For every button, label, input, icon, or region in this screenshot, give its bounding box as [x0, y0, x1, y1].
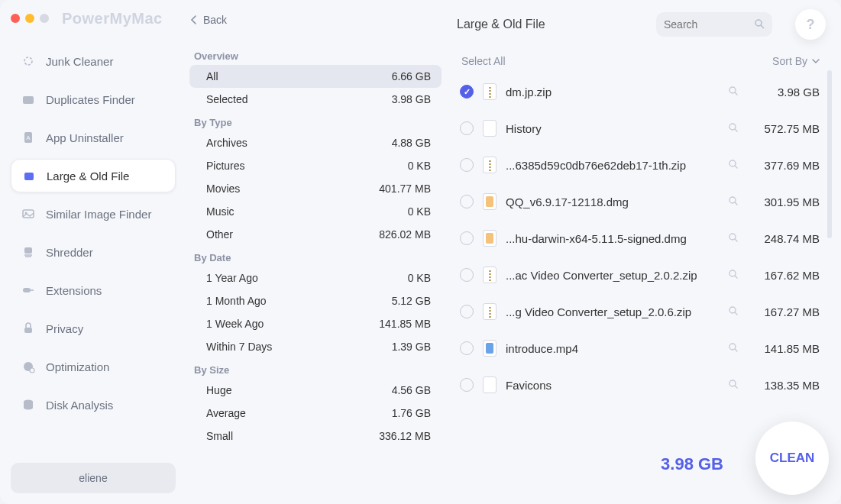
file-checkbox[interactable] [460, 195, 474, 208]
file-checkbox[interactable] [460, 268, 474, 282]
search-box[interactable] [656, 12, 772, 37]
sidebar-item-extensions[interactable]: Extensions [11, 273, 176, 307]
file-checkbox[interactable] [460, 85, 474, 99]
category-1-year-ago[interactable]: 1 Year Ago0 KB [189, 267, 442, 289]
sidebar-item-disk-analysis[interactable]: Disk Analysis [11, 388, 176, 422]
reveal-in-finder-button[interactable] [728, 159, 742, 172]
sidebar-item-privacy[interactable]: Privacy [11, 312, 176, 345]
window-close-button[interactable] [11, 14, 20, 23]
file-row[interactable]: QQ_v6.9.17-12118.dmg301.95 MB [457, 183, 823, 220]
category-movies[interactable]: Movies401.77 MB [189, 177, 442, 200]
filetype-icon [483, 303, 497, 320]
filetype-icon [483, 193, 497, 210]
reveal-in-finder-button[interactable] [728, 305, 742, 318]
reveal-in-finder-button[interactable] [728, 379, 742, 392]
category-label: Small [206, 430, 233, 442]
svg-rect-8 [23, 288, 31, 292]
sidebar-item-label: Similar Image Finder [46, 208, 151, 221]
category-archives[interactable]: Archives4.88 GB [189, 131, 442, 154]
nav-icon [21, 92, 35, 106]
file-row[interactable]: dm.jp.zip3.98 GB [457, 73, 823, 110]
svg-rect-4 [24, 173, 34, 180]
nav: Junk CleanerDuplicates FinderAApp Uninst… [11, 44, 176, 422]
back-button[interactable]: Back [189, 9, 442, 31]
category-label: Music [206, 205, 235, 218]
category-other[interactable]: Other826.02 MB [189, 223, 442, 246]
user-account-button[interactable]: eliene [11, 463, 176, 493]
file-row[interactable]: ...g Video Converter_setup_2.0.6.zip167.… [457, 293, 823, 330]
reveal-in-finder-button[interactable] [728, 342, 742, 355]
file-checkbox[interactable] [460, 341, 474, 355]
file-row[interactable]: Favicons138.35 MB [457, 367, 823, 403]
select-all-button[interactable]: Select All [461, 55, 506, 67]
sidebar-item-label: Privacy [46, 322, 83, 335]
sidebar-item-label: Junk Cleaner [46, 55, 113, 68]
category-size: 4.88 GB [392, 137, 431, 149]
file-row[interactable]: ...6385d59c0db76e62deb17-1th.zip377.69 M… [457, 147, 823, 183]
sidebar-item-optimization[interactable]: Optimization [11, 350, 176, 383]
sidebar-item-app-uninstaller[interactable]: AApp Uninstaller [11, 121, 176, 154]
category-selected[interactable]: Selected3.98 GB [189, 88, 442, 111]
sidebar-item-label: Duplicates Finder [46, 93, 135, 106]
categories-panel: Back Overview All6.66 GBSelected3.98 GB … [186, 0, 451, 504]
reveal-in-finder-button[interactable] [728, 122, 742, 135]
reveal-in-finder-button[interactable] [728, 269, 742, 282]
category-size: 5.12 GB [392, 295, 431, 307]
category-size: 3.98 GB [392, 93, 431, 105]
total-selected-size: 3.98 GB [661, 454, 723, 474]
category-1-week-ago[interactable]: 1 Week Ago141.85 MB [189, 312, 442, 335]
list-header: Select All Sort By [457, 55, 826, 73]
category-pictures[interactable]: Pictures0 KB [189, 154, 442, 177]
file-row[interactable]: History572.75 MB [457, 110, 823, 147]
file-checkbox[interactable] [460, 121, 474, 135]
file-checkbox[interactable] [460, 378, 474, 392]
scrollbar[interactable] [827, 70, 832, 414]
svg-line-18 [735, 129, 737, 131]
sort-by-button[interactable]: Sort By [772, 55, 820, 67]
category-average[interactable]: Average1.76 GB [189, 402, 442, 425]
svg-line-26 [735, 276, 737, 278]
reveal-in-finder-button[interactable] [728, 232, 742, 245]
file-size: 3.98 GB [751, 86, 820, 99]
sidebar-item-duplicates-finder[interactable]: Duplicates Finder [11, 82, 176, 116]
clean-button[interactable]: CLEAN [755, 422, 829, 495]
category-small[interactable]: Small336.12 MB [189, 425, 442, 447]
filetype-icon [483, 83, 497, 100]
reveal-in-finder-button[interactable] [728, 86, 742, 99]
category-label: Selected [206, 93, 247, 105]
bytype-label: By Type [194, 117, 442, 128]
sidebar-item-large-old-file[interactable]: Large & Old File [11, 159, 176, 192]
category-size: 336.12 MB [379, 430, 431, 442]
file-name: ...6385d59c0db76e62deb17-1th.zip [506, 159, 719, 172]
category-huge[interactable]: Huge4.56 GB [189, 379, 442, 402]
file-name: QQ_v6.9.17-12118.dmg [506, 195, 719, 208]
help-button[interactable]: ? [795, 9, 826, 40]
filetype-icon [483, 376, 497, 393]
category-label: Pictures [206, 160, 245, 172]
file-checkbox[interactable] [460, 158, 474, 172]
reveal-in-finder-button[interactable] [728, 195, 742, 208]
sidebar-item-shredder[interactable]: Shredder [11, 235, 176, 269]
file-checkbox[interactable] [460, 231, 474, 245]
file-name: ...hu-darwin-x64-5.11.5-signed.dmg [506, 232, 719, 245]
svg-line-30 [735, 349, 737, 351]
window-zoom-button[interactable] [40, 14, 49, 23]
category-all[interactable]: All6.66 GB [189, 65, 442, 88]
file-row[interactable]: ...ac Video Converter_setup_2.0.2.zip167… [457, 257, 823, 293]
sidebar-item-junk-cleaner[interactable]: Junk Cleaner [11, 44, 176, 78]
file-name: Favicons [506, 379, 719, 392]
sidebar-item-similar-image-finder[interactable]: Similar Image Finder [11, 197, 176, 231]
file-size: 301.95 MB [751, 195, 820, 208]
nav-icon [21, 321, 35, 335]
category-1-month-ago[interactable]: 1 Month Ago5.12 GB [189, 289, 442, 312]
file-checkbox[interactable] [460, 305, 474, 318]
category-music[interactable]: Music0 KB [189, 200, 442, 223]
file-size: 248.74 MB [751, 232, 820, 245]
file-row[interactable]: ...hu-darwin-x64-5.11.5-signed.dmg248.74… [457, 220, 823, 257]
category-within-7-days[interactable]: Within 7 Days1.39 GB [189, 335, 442, 358]
app-name: PowerMyMac [62, 10, 163, 27]
search-input[interactable] [664, 18, 749, 31]
file-row[interactable]: introduce.mp4141.85 MB [457, 330, 823, 367]
svg-text:A: A [26, 134, 31, 141]
window-minimize-button[interactable] [25, 14, 34, 23]
